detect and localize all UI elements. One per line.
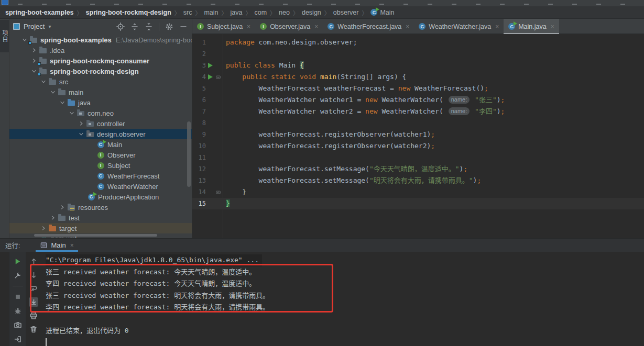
tree-item-com-neo[interactable]: com.neo [9,108,192,118]
scroll-to-end-icon[interactable] [29,297,38,307]
tree-item-test[interactable]: test [9,213,192,223]
console-icon [40,241,48,249]
tree-item-producerapplication[interactable]: CProducerApplication [9,192,192,202]
tree-item-main[interactable]: CMain [9,139,192,150]
locate-icon[interactable] [116,23,125,31]
breadcrumb-item[interactable]: CMain [370,9,394,16]
tree-item-spring-boot-rockmq-design[interactable]: spring-boot-rockmq-design [9,66,192,76]
editor-tab-weatherforecast-java[interactable]: CWeatherForecast.java× [323,19,414,34]
fold-minus-icon[interactable] [215,71,222,83]
breadcrumb-item[interactable]: spring-boot-rockmq-design [86,9,171,16]
breadcrumb-item[interactable]: design [302,9,321,16]
tree-item-java[interactable]: java [9,97,192,108]
tree-item-label: spring-boot-rockmq-consumer [50,57,149,65]
tab-close-icon[interactable]: × [247,23,250,30]
breadcrumb-item[interactable]: com [254,9,267,16]
code-line: 5 WeatherForecast weatherForecast = new … [192,83,644,94]
chevron-expanded-icon[interactable] [58,99,67,106]
code-line: 14 } [192,186,644,198]
tree-item-spring-boot-examples[interactable]: spring-boot-examplesE:\JavaDemos\spring-… [9,35,192,45]
code-token: WeatherForecast() [410,84,484,92]
chevron-collapsed-icon[interactable] [48,215,58,221]
editor-tab-main-java[interactable]: CMain.java× [504,19,559,34]
tree-item-weatherwatcher[interactable]: CWeatherWatcher [9,181,192,192]
up-icon[interactable] [29,256,38,266]
printer-icon[interactable] [29,311,38,320]
tree-item-subject[interactable]: ISubject [9,160,192,171]
tree-item-resources[interactable]: resources [9,202,192,213]
collapse-all-icon[interactable] [145,23,153,31]
chevron-down-icon[interactable]: ▾ [48,24,51,29]
tree-item-spring-boot-rockmq-consumer[interactable]: spring-boot-rockmq-consumer [9,55,192,66]
breadcrumb-item[interactable]: src [183,9,192,16]
tab-close-icon[interactable]: × [406,23,409,30]
tree-item-design-observer[interactable]: design.observer [9,129,192,139]
close-icon[interactable]: × [70,242,74,249]
breadcrumb-item[interactable]: observer [333,9,359,16]
run-tab-main[interactable]: Main × [36,239,78,252]
run-console-output[interactable]: "C:\Program Files\Java\jdk1.8.0_65\bin\j… [41,252,644,346]
hide-icon[interactable] [179,23,188,31]
expand-all-icon[interactable] [130,23,139,31]
breadcrumb-item[interactable]: main [204,9,218,16]
tree-item-src[interactable]: src [9,76,192,87]
tree-item-target[interactable]: target [9,223,192,233]
soft-wrap-icon[interactable] [29,284,38,293]
tab-close-icon[interactable]: × [314,23,318,30]
breadcrumb-item[interactable]: neo [279,9,290,16]
breadcrumb-item-label: java [231,9,243,16]
down-icon[interactable] [29,270,38,280]
run-gutter-icon[interactable] [206,71,215,83]
run-triangle-icon[interactable] [208,74,213,80]
project-tree: spring-boot-examplesE:\JavaDemos\spring-… [9,34,192,238]
editor-tab-subject-java[interactable]: ISubject.java× [192,19,255,34]
settings-icon[interactable] [165,23,173,31]
bug-icon[interactable] [13,306,23,316]
tree-item--idea[interactable]: .idea [9,45,192,55]
code-token: name: [449,107,470,115]
chevron-expanded-icon[interactable] [67,110,77,116]
chevron-collapsed-icon[interactable] [29,47,39,53]
fold-end-icon[interactable] [215,186,222,198]
rerun-icon[interactable] [13,256,23,266]
tree-horizontal-scrollbar[interactable] [34,234,157,237]
chevron-expanded-icon[interactable] [77,131,86,137]
run-tool-window: 运行: Main × "C:\Program Files\Java\jdk1.8… [0,238,644,346]
tree-item-label: ProducerApplication [98,193,159,201]
chevron-collapsed-icon[interactable] [77,120,86,127]
tree-item-label: target [59,225,77,232]
tree-item-icon-slot: I [96,152,105,159]
editor-tab-weatherwatcher-java[interactable]: CWeatherWatcher.java× [414,19,504,34]
editor-tab-observer-java[interactable]: IObserver.java× [255,19,323,34]
code-token: "李四" [475,107,497,115]
editor-tab-bar: ISubject.java×IObserver.java×CWeatherFor… [192,19,644,34]
project-stripe-tab[interactable]: 项目 [0,20,9,52]
code-text: weatherForecast.setMessage("明天将会有大雨，请携带雨… [222,175,481,186]
run-triangle-icon[interactable] [208,63,213,68]
line-number: 5 [192,83,206,94]
tree-item-controller[interactable]: controller [9,118,192,129]
chevron-collapsed-icon[interactable] [58,204,67,210]
tree-item-icon-slot [77,110,85,116]
trash-icon[interactable] [29,325,38,334]
breadcrumb-item[interactable]: java [231,9,243,16]
exit-icon[interactable] [13,334,23,344]
tree-item-observer[interactable]: IObserver [9,150,192,160]
tree-item-main[interactable]: main [9,87,192,97]
chevron-collapsed-icon[interactable] [39,225,48,231]
camera-icon[interactable] [13,320,23,330]
breadcrumb-separator-icon: 〉 [222,8,227,17]
tab-close-icon[interactable]: × [495,23,499,30]
run-gutter-icon[interactable] [206,60,215,71]
wrench-icon[interactable] [13,271,23,280]
stop-icon[interactable] [13,292,23,302]
breadcrumb-item[interactable]: spring-boot-examples [5,9,74,16]
chevron-expanded-icon[interactable] [39,79,48,85]
project-panel-header: Project ▾ [9,19,192,34]
code-token: weatherForecast.registerObserver(watcher… [226,130,431,138]
tree-vertical-scrollbar[interactable] [187,121,191,187]
code-editor[interactable]: 1package com.neo.design.observer;23publi… [192,34,644,238]
tab-close-icon[interactable]: × [551,23,554,30]
chevron-expanded-icon[interactable] [48,89,58,95]
tree-item-weatherforecast[interactable]: CWeatherForecast [9,171,192,181]
